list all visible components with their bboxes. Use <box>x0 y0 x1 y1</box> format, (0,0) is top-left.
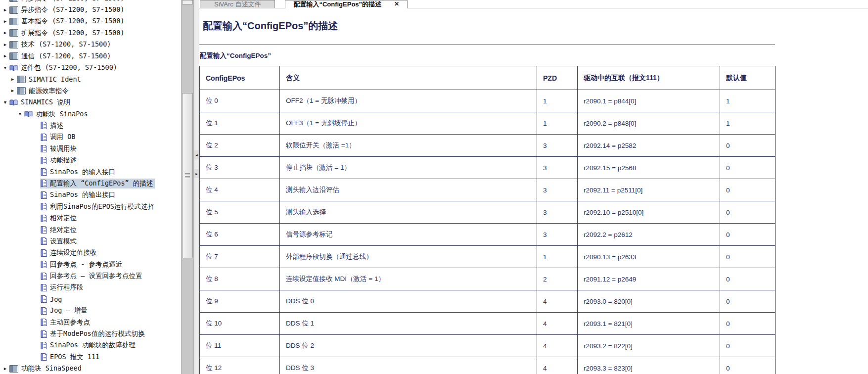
table-cell: 测头输入边沿评估 <box>280 179 537 201</box>
tree-item[interactable]: Jog <box>0 293 181 305</box>
collapse-right-arrow-icon[interactable]: ► <box>194 169 199 178</box>
expand-arrow-icon[interactable]: ▶ <box>1 367 9 371</box>
tree-item-selected[interactable]: 配置输入 “ConfigEPos” 的描述 <box>0 178 181 189</box>
tree-item-core: SIMATIC Ident <box>16 75 83 84</box>
book-glyph <box>9 18 18 25</box>
tree-item[interactable]: ▼SINAMICS 说明 <box>0 97 181 108</box>
book-glyph <box>17 87 26 94</box>
tree-item-core: 扩展指令 (S7-1200, S7-1500) <box>9 28 126 38</box>
expand-arrow-icon[interactable]: ▶ <box>1 31 9 35</box>
scrollbar-up-button[interactable] <box>182 0 193 4</box>
tree-item[interactable]: SinaPos 的输出接口 <box>0 189 181 201</box>
table-row: 位 12DDS 位 34r2093.3 = 823[0]0 <box>200 357 776 374</box>
table-cell: DDS 位 0 <box>280 290 537 313</box>
table-row: 位 2软限位开关（激活 =1）3r2092.14 = p25820 <box>200 135 776 157</box>
tree-item[interactable]: 运行程序段 <box>0 282 181 293</box>
tree-item[interactable]: 设置模式 <box>0 235 181 247</box>
tree-item-label: 描述 <box>49 121 63 130</box>
table-row: 位 8连续设定值接收 MDI（激活 = 1）2r2091.12 = p26490 <box>200 268 776 290</box>
collapse-arrow-icon[interactable]: ▼ <box>1 66 9 70</box>
tree-item[interactable]: ▼功能块 SinaPos <box>0 108 181 120</box>
tree-item[interactable]: 基于ModePos值的运行模式切换 <box>0 328 181 339</box>
tree-item[interactable]: 回参考点 - 参考点逼近 <box>0 259 181 270</box>
tree-item[interactable]: ▶技术 (S7-1200, S7-1500) <box>0 39 181 50</box>
page-icon <box>41 237 47 245</box>
tree-item-core: 基本指令 (S7-1200, S7-1500) <box>9 16 126 26</box>
tree-item[interactable]: 相对定位 <box>0 212 181 224</box>
tree-item[interactable]: ▶基本指令 (S7-1200, S7-1500) <box>0 16 181 27</box>
tab-configepos-description[interactable]: 配置输入“ConfigEPos”的描述 ✕ <box>285 0 408 8</box>
tree-item[interactable]: ▼选件包 (S7-1200, S7-1500) <box>0 62 181 73</box>
table-cell: 0 <box>720 179 776 201</box>
expand-arrow-icon[interactable]: ▶ <box>1 8 9 12</box>
page-icon <box>41 353 47 361</box>
expand-arrow-icon[interactable]: ▶ <box>9 77 16 82</box>
tree-item[interactable]: ▶同步指令 (S7-1200, S7-1500) <box>0 0 181 4</box>
table-cell: 3 <box>537 179 578 201</box>
book-glyph <box>9 365 18 373</box>
table-cell: 位 11 <box>200 335 280 357</box>
tree-item[interactable]: 调用 OB <box>0 132 181 143</box>
table-header-row: ConfigEPos含义PZD驱动中的互联（报文111）默认值 <box>200 66 776 90</box>
expand-arrow-icon[interactable]: ▶ <box>1 0 9 0</box>
tree-item-label: SinaPos 的输出接口 <box>49 190 116 199</box>
table-cell: r2093.1 = 821[0] <box>578 313 720 335</box>
tree-item-label: SinaPos 的输入接口 <box>49 168 116 177</box>
tree-item[interactable]: EPOS 报文 111 <box>0 351 181 363</box>
expand-arrow-icon[interactable]: ▶ <box>1 19 9 24</box>
tree-item[interactable]: ▶功能块 SinaSpeed <box>0 363 181 374</box>
tree-item-label: 被调用块 <box>49 144 77 153</box>
book-open-icon <box>24 111 33 117</box>
tree-item[interactable]: ▶通信 (S7-1200, S7-1500) <box>0 50 181 62</box>
page-title: 配置输入“ConfigEPos”的描述 <box>203 19 868 33</box>
tree-item-core: 同步指令 (S7-1200, S7-1500) <box>9 0 126 3</box>
tree-item[interactable]: SinaPos 的输入接口 <box>0 166 181 178</box>
tree-item[interactable]: 主动回参考点 <box>0 317 181 328</box>
collapse-arrow-icon[interactable]: ▼ <box>1 100 9 105</box>
tree-item-core: 回参考点 - 参考点逼近 <box>40 260 124 270</box>
table-cell: r2090.13 = p2633 <box>578 246 720 268</box>
tree-item[interactable]: ▶异步指令 (S7-1200, S7-1500) <box>0 4 181 15</box>
collapse-arrow-icon[interactable]: ▼ <box>16 112 24 116</box>
close-icon[interactable]: ✕ <box>394 0 399 8</box>
tree-item[interactable]: 连续设定值接收 <box>0 247 181 259</box>
table-cell: r2090.2 = p848[0] <box>578 112 720 135</box>
collapse-left-arrow-icon[interactable]: ◄ <box>194 150 199 159</box>
scrollbar-thumb[interactable] <box>182 93 193 258</box>
tree-item[interactable]: 功能描述 <box>0 154 181 166</box>
tree-item[interactable]: SinaPos 功能块的故障处理 <box>0 340 181 351</box>
title-divider <box>199 45 775 45</box>
tree-item-label: 扩展指令 (S7-1200, S7-1500) <box>21 29 124 38</box>
table-cell: r2091.12 = p2649 <box>578 268 720 290</box>
tree-item[interactable]: 描述 <box>0 120 181 131</box>
table-cell: 位 10 <box>200 313 280 335</box>
tree-item-core: 相对定位 <box>40 213 79 223</box>
tree-item[interactable]: ▶能源效率指令 <box>0 85 181 96</box>
expand-arrow-icon[interactable]: ▶ <box>9 89 16 93</box>
tree-item-label: 设置模式 <box>49 237 77 246</box>
expand-arrow-icon[interactable]: ▶ <box>1 43 9 47</box>
tree-item-core: 基于ModePos值的运行模式切换 <box>40 329 147 339</box>
tab-sivarc-readme[interactable]: SiVArc 自述文件 <box>200 0 275 8</box>
page-icon <box>41 261 47 268</box>
tree-vertical-scrollbar[interactable] <box>181 0 194 374</box>
tree-item-label: 异步指令 (S7-1200, S7-1500) <box>21 5 124 14</box>
tree-item[interactable]: Jog — 增量 <box>0 305 181 317</box>
book-closed-icon <box>9 0 18 2</box>
tree-item[interactable]: 绝对定位 <box>0 224 181 235</box>
tree-item[interactable]: ▶SIMATIC Ident <box>0 74 181 85</box>
tree-item[interactable]: 被调用块 <box>0 143 181 154</box>
tree-item-core: 异步指令 (S7-1200, S7-1500) <box>9 5 126 15</box>
table-cell: 1 <box>537 112 578 135</box>
table-cell: r2093.2 = 822[0] <box>578 335 720 357</box>
book-closed-icon <box>9 6 18 14</box>
table-row: 位 5测头输入选择3r2092.10 = p2510[0]0 <box>200 201 776 224</box>
expand-arrow-icon[interactable]: ▶ <box>1 54 9 58</box>
tree-item[interactable]: 回参考点 — 设置回参考点位置 <box>0 270 181 281</box>
table-cell: 位 8 <box>200 268 280 290</box>
tree-item[interactable]: 利用SinaPos的EPOS运行模式选择 <box>0 201 181 212</box>
tree-item[interactable]: ▶扩展指令 (S7-1200, S7-1500) <box>0 27 181 39</box>
tree-item-label: 绝对定位 <box>49 226 77 234</box>
table-cell: 1 <box>720 112 776 135</box>
tree-item-label: 技术 (S7-1200, S7-1500) <box>21 40 111 49</box>
